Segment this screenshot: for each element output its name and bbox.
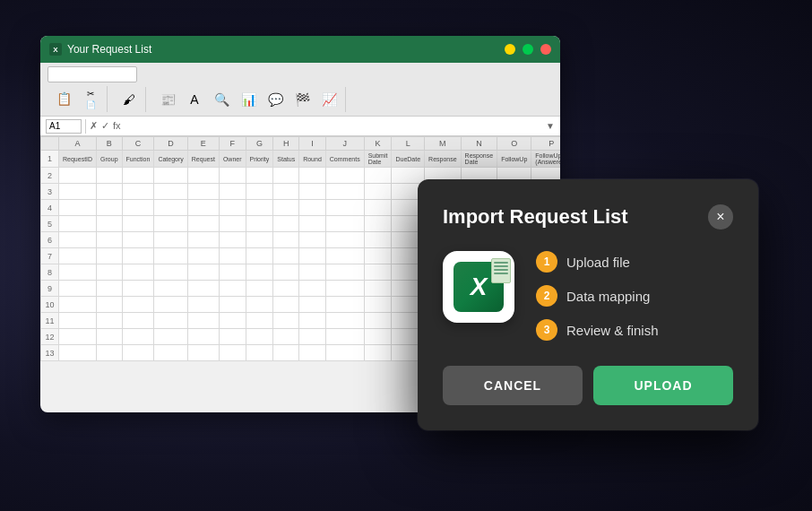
col-header-priority: Priority (246, 151, 273, 168)
col-header-function: Function (122, 151, 154, 168)
col-header-requestid: RequestID (59, 151, 97, 168)
col-header-group: Group (97, 151, 122, 168)
excel-title-left: X Your Request List (49, 43, 151, 56)
maximize-button[interactable] (523, 44, 533, 55)
cancel-button[interactable]: CANCEL (443, 366, 583, 405)
col-header-k[interactable]: K (364, 137, 392, 151)
confirm-formula-icon[interactable]: ✓ (101, 120, 109, 132)
row-num: 12 (41, 329, 59, 345)
col-header-response-date: Response Date (461, 151, 497, 168)
row-num: 9 (41, 281, 59, 297)
paste-button[interactable]: 📋 (51, 88, 76, 109)
toolbar-btn-7[interactable]: 📈 (316, 89, 341, 110)
step-label-2: Data mapping (566, 289, 650, 304)
col-header-followup-answered: FollowUp (Answered) (531, 151, 560, 168)
col-header-n[interactable]: N (461, 137, 497, 151)
paper-line-2 (494, 265, 508, 267)
col-header-o[interactable]: O (497, 137, 531, 151)
dialog-header: Import Request List × (443, 204, 733, 230)
col-header-request: Request (187, 151, 219, 168)
col-header-d[interactable]: D (154, 137, 187, 151)
row-num: 10 (41, 297, 59, 313)
close-window-button[interactable] (540, 44, 551, 55)
col-header-h[interactable]: H (273, 137, 299, 151)
insert-function-icon[interactable]: fx (113, 120, 121, 132)
steps-list: 1 Upload file 2 Data mapping 3 Review & … (536, 251, 659, 341)
excel-app-icon: X (443, 251, 514, 323)
dialog-body: X 1 Upload file 2 (443, 251, 733, 341)
col-header-l[interactable]: L (392, 137, 425, 151)
header-row: 1 RequestID Group Function Category Requ… (41, 151, 561, 168)
dialog-footer: CANCEL UPLOAD (443, 366, 733, 405)
paper-line-3 (494, 269, 508, 271)
col-header-duedate: DueDate (392, 151, 425, 168)
toolbar-group-edit: 📰 A 🔍 📊 💬 🏁 📈 (151, 87, 346, 112)
cut-button[interactable]: ✂ (78, 88, 103, 99)
col-header-a[interactable]: A (59, 137, 97, 151)
col-header-comments: Comments (325, 151, 364, 168)
col-header-f[interactable]: F (219, 137, 246, 151)
col-header-p[interactable]: P (531, 137, 560, 151)
row-num: 7 (41, 248, 59, 264)
col-header-e[interactable]: E (187, 137, 219, 151)
format-painter-button[interactable]: 🖌 (117, 89, 142, 110)
col-header-g[interactable]: G (246, 137, 273, 151)
col-header-i[interactable]: I (299, 137, 326, 151)
excel-icon-bg: X (454, 262, 504, 312)
col-header-j[interactable]: J (325, 137, 364, 151)
paper-line-4 (494, 273, 508, 274)
excel-window-controls (505, 44, 551, 55)
paper-line-1 (494, 262, 508, 264)
toolbar-btn-6[interactable]: 🏁 (289, 89, 315, 110)
formula-separator (85, 119, 86, 134)
upload-button[interactable]: UPLOAD (593, 366, 733, 405)
col-header-followup: FollowUp (497, 151, 531, 168)
formula-bar-expand[interactable]: ▼ (546, 121, 555, 131)
row-num: 8 (41, 264, 59, 281)
row-num: 6 (41, 232, 59, 248)
formula-icons: ✗ ✓ fx (90, 120, 121, 132)
row-num: 2 (41, 168, 59, 184)
row-num: 5 (41, 216, 59, 232)
toolbar-btn-2[interactable]: A (182, 89, 207, 110)
copy-button[interactable]: 📄 (78, 100, 103, 110)
step-number-2: 2 (536, 285, 557, 307)
toolbar-group-format: 🖌 (113, 87, 146, 112)
step-item-2: 2 Data mapping (536, 285, 659, 307)
toolbar-btn-3[interactable]: 🔍 (209, 89, 234, 110)
col-header-category: Category (154, 151, 187, 168)
row-num: 3 (41, 184, 59, 200)
toolbar-btn-4[interactable]: 📊 (236, 89, 261, 110)
excel-window-title: Your Request List (67, 43, 151, 56)
excel-titlebar: X Your Request List (40, 36, 560, 63)
col-header-owner: Owner (219, 151, 246, 168)
step-label-3: Review & finish (566, 323, 659, 338)
excel-search-bar[interactable] (48, 66, 137, 82)
toolbar-group-clipboard: 📋 ✂ 📄 (48, 86, 108, 112)
col-header-response: Response (425, 151, 462, 168)
excel-formula-bar: A1 ✗ ✓ fx ▼ (40, 117, 560, 136)
toolbar-btn-5[interactable]: 💬 (263, 89, 288, 110)
excel-title-icon: X (49, 43, 62, 56)
excel-icon-letter: X (471, 273, 488, 301)
row-num: 13 (41, 345, 59, 361)
col-header-status: Status (273, 151, 299, 168)
row-num: 4 (41, 200, 59, 216)
col-header-m[interactable]: M (425, 137, 462, 151)
cell-reference-box[interactable]: A1 (46, 119, 82, 134)
col-header-c[interactable]: C (122, 137, 154, 151)
col-header-submit-date: Submit Date (364, 151, 392, 168)
excel-icon-paper (491, 258, 511, 283)
step-item-1: 1 Upload file (536, 251, 659, 273)
excel-icon-inner: X (447, 256, 510, 318)
step-number-3: 3 (536, 319, 557, 341)
toolbar-btn-1[interactable]: 📰 (155, 89, 180, 110)
step-item-3: 3 Review & finish (536, 319, 659, 341)
minimize-button[interactable] (505, 44, 515, 55)
dialog-close-button[interactable]: × (708, 204, 733, 230)
col-header-round: Round (299, 151, 326, 168)
step-label-1: Upload file (566, 255, 630, 270)
cancel-formula-icon[interactable]: ✗ (90, 120, 98, 132)
col-header-b[interactable]: B (97, 137, 122, 151)
excel-ribbon: 📋 ✂ 📄 🖌 📰 A 🔍 📊 💬 🏁 📈 (40, 63, 560, 117)
